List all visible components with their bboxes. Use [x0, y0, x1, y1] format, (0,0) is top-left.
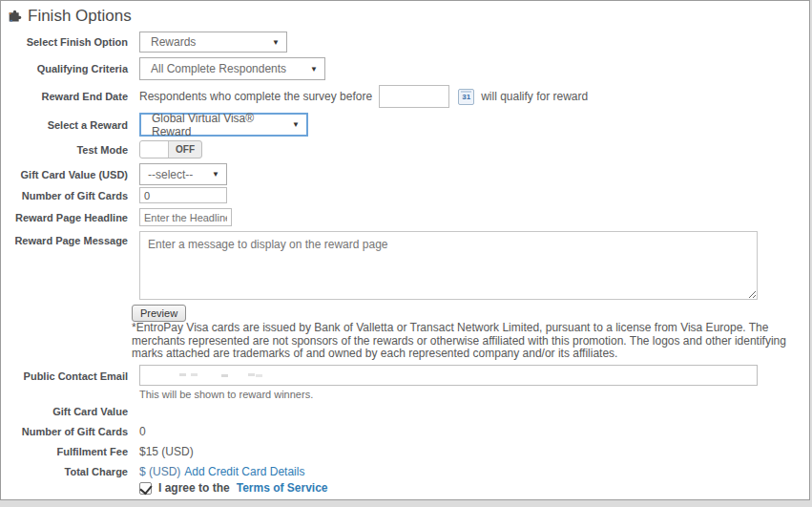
agreement-text: I agree to the — [158, 481, 230, 495]
row-select-a-reward: Select a Reward Global Virtual Visa® Rew… — [1, 113, 308, 137]
chevron-down-icon: ▼ — [310, 65, 318, 74]
reward-page-message-label: Reward Page Message — [1, 231, 128, 246]
public-contact-email-helper: This will be shown to reward winners. — [139, 389, 758, 400]
public-contact-email-label: Public Contact Email — [1, 365, 128, 382]
finish-options-panel: Finish Options Select Finish Option Rewa… — [0, 0, 810, 500]
select-finish-option-label: Select Finish Option — [1, 36, 128, 48]
public-contact-email-input[interactable] — [139, 365, 758, 386]
gift-card-value-selected: --select-- — [148, 168, 193, 181]
page-title: Finish Options — [28, 7, 132, 26]
qualifying-criteria-value: All Complete Respondents — [151, 62, 286, 75]
chevron-down-icon: ▼ — [212, 170, 219, 179]
reward-end-date-suffix: will qualify for reward — [481, 90, 588, 103]
reward-page-headline-input[interactable] — [139, 208, 232, 226]
qualifying-criteria-label: Qualifying Criteria — [1, 63, 128, 74]
finish-options-page: { "header": { "title": "Finish Options" … — [0, 0, 812, 507]
select-a-reward-label: Select a Reward — [1, 119, 128, 131]
number-of-gift-cards-input[interactable] — [139, 187, 227, 203]
terms-of-service-link[interactable]: Terms of Service — [237, 481, 328, 495]
row-reward-page-message: Reward Page Message — [1, 231, 758, 300]
row-number-of-gift-cards: Number of Gift Cards — [1, 187, 227, 203]
reward-page-headline-label: Reward Page Headline — [1, 212, 128, 223]
test-mode-toggle[interactable]: OFF — [139, 140, 202, 158]
summary-number-of-gift-cards: 0 — [139, 425, 146, 438]
add-credit-card-details-link[interactable]: Add Credit Card Details — [184, 465, 304, 478]
agree-checkbox[interactable] — [139, 482, 152, 495]
select-finish-option-value: Rewards — [151, 35, 196, 49]
number-of-gift-cards-label: Number of Gift Cards — [1, 190, 128, 201]
puzzle-piece-icon — [8, 10, 22, 24]
row-gift-card-value-select: Gift Card Value (USD) --select-- ▼ — [1, 163, 227, 185]
qualifying-criteria-dropdown[interactable]: All Complete Respondents ▼ — [139, 57, 325, 80]
gift-card-value-label: Gift Card Value (USD) — [1, 169, 128, 180]
test-mode-label: Test Mode — [1, 144, 128, 156]
row-qualifying-criteria: Qualifying Criteria All Complete Respond… — [1, 57, 325, 80]
select-a-reward-dropdown[interactable]: Global Virtual Visa® Reward ▼ — [139, 113, 308, 137]
row-public-contact-email: Public Contact Email This will be shown … — [1, 365, 758, 400]
select-a-reward-value: Global Virtual Visa® Reward — [152, 112, 284, 138]
row-summary-number-of-gift-cards: Number of Gift Cards 0 — [1, 424, 146, 439]
row-summary-fulfilment-fee: Fulfilment Fee $15 (USD) — [1, 444, 194, 459]
summary-number-of-gift-cards-label: Number of Gift Cards — [1, 426, 128, 437]
summary-total-charge: $ (USD) — [139, 465, 180, 478]
row-summary-gift-card-value: Gift Card Value — [1, 404, 139, 419]
summary-gift-card-value-label: Gift Card Value — [1, 406, 128, 417]
reward-end-date-input[interactable] — [379, 85, 449, 108]
reward-end-date-prefix: Respondents who complete the survey befo… — [139, 90, 372, 103]
preview-button[interactable]: Preview — [132, 305, 186, 322]
summary-total-charge-label: Total Charge — [1, 466, 128, 477]
chevron-down-icon: ▼ — [272, 38, 280, 47]
entropay-disclaimer: *EntroPay Visa cards are issued by Bank … — [132, 322, 811, 361]
row-reward-page-headline: Reward Page Headline — [1, 208, 232, 226]
summary-fulfilment-fee: $15 (USD) — [139, 445, 194, 458]
agreement-row: I agree to the Terms of Service — [139, 481, 328, 495]
gift-card-value-dropdown[interactable]: --select-- ▼ — [139, 163, 227, 185]
row-select-finish-option: Select Finish Option Rewards ▼ — [1, 32, 287, 53]
toggle-knob — [140, 141, 169, 158]
row-reward-end-date: Reward End Date Respondents who complete… — [1, 85, 588, 108]
reward-end-date-label: Reward End Date — [1, 91, 128, 102]
reward-page-message-textarea[interactable] — [139, 231, 758, 300]
row-test-mode: Test Mode OFF — [1, 140, 202, 158]
row-summary-total-charge: Total Charge $ (USD) Add Credit Card Det… — [1, 464, 304, 479]
select-finish-option-dropdown[interactable]: Rewards ▼ — [139, 32, 287, 53]
chevron-down-icon: ▼ — [292, 120, 300, 129]
test-mode-state: OFF — [169, 141, 201, 158]
summary-fulfilment-fee-label: Fulfilment Fee — [1, 446, 128, 457]
calendar-icon[interactable]: 31 — [458, 89, 474, 105]
public-contact-email-wrap: This will be shown to reward winners. — [139, 365, 758, 400]
page-header: Finish Options — [8, 7, 132, 26]
